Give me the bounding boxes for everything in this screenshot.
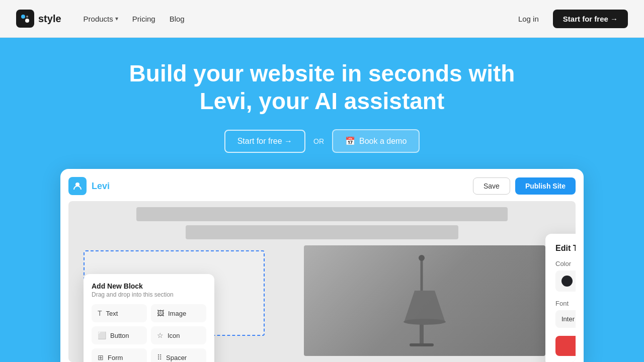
- canvas-inner: [68, 201, 576, 245]
- canvas-area: Add New Block Drag and drop into this se…: [68, 201, 576, 362]
- text-block-label: Text: [106, 310, 118, 317]
- icon-block-icon: ☆: [157, 331, 164, 339]
- logo-icon: [16, 10, 34, 28]
- button-block-icon: ⬜: [98, 331, 106, 339]
- svg-point-2: [26, 16, 28, 18]
- calendar-icon: 📅: [345, 136, 355, 146]
- canvas-image-block: [304, 245, 545, 356]
- block-item-spacer[interactable]: ⠿ Spacer: [151, 348, 206, 362]
- login-button[interactable]: Log in: [512, 11, 545, 27]
- hero-title-line1: Build your website in seconds with: [129, 60, 515, 86]
- save-button[interactable]: Save: [473, 177, 510, 195]
- form-block-label: Form: [108, 354, 123, 361]
- block-item-image[interactable]: 🖼 Image: [151, 304, 206, 322]
- builder-card: Levi Save Publish Site: [60, 169, 584, 362]
- logo-text: style: [38, 13, 61, 25]
- hero-section: Build your website in seconds with Levi,…: [0, 38, 644, 362]
- nav-item-blog[interactable]: Blog: [164, 11, 191, 27]
- nav-blog-label: Blog: [170, 15, 185, 23]
- navbar: style Products ▾ Pricing Blog Log in Sta…: [0, 0, 644, 38]
- publish-button[interactable]: Publish Site: [515, 177, 576, 195]
- spacer-block-label: Spacer: [166, 354, 187, 361]
- font-select[interactable]: Inter ▾: [555, 310, 576, 328]
- nav-products-label: Products: [84, 15, 113, 23]
- hero-start-free-button[interactable]: Start for free →: [224, 130, 305, 153]
- svg-point-8: [419, 255, 425, 261]
- hero-buttons: Start for free → OR 📅 Book a demo: [224, 129, 420, 153]
- svg-point-9: [404, 319, 446, 325]
- color-label: Color: [555, 260, 576, 267]
- font-label: Font: [555, 300, 576, 307]
- canvas-bar-1: [136, 207, 508, 221]
- hero-book-demo-button[interactable]: 📅 Book a demo: [332, 129, 420, 153]
- block-item-icon[interactable]: ☆ Icon: [151, 326, 206, 344]
- nav-pricing-label: Pricing: [132, 15, 155, 23]
- hero-or-text: OR: [313, 137, 324, 145]
- block-grid: T Text 🖼 Image ⬜ Button ☆ Icon: [92, 304, 206, 362]
- levi-label: Levi: [92, 181, 110, 192]
- canvas-bar-2: [186, 225, 458, 239]
- levi-avatar: [68, 177, 87, 195]
- nav-links: Products ▾ Pricing Blog: [77, 11, 191, 27]
- image-block-label: Image: [168, 310, 186, 317]
- image-block-icon: 🖼: [157, 309, 164, 317]
- hero-title: Build your website in seconds with Levi,…: [129, 60, 515, 115]
- block-item-button[interactable]: ⬜ Button: [92, 326, 147, 344]
- font-value: Inter: [561, 315, 575, 323]
- add-block-popup: Add New Block Drag and drop into this se…: [84, 274, 214, 362]
- builder-actions: Save Publish Site: [473, 177, 576, 195]
- logo[interactable]: style: [16, 10, 61, 28]
- hero-title-line2: Levi, your AI assistant: [200, 88, 445, 114]
- delete-button[interactable]: Delete: [555, 336, 576, 356]
- nav-item-pricing[interactable]: Pricing: [126, 11, 162, 27]
- edit-text-title: Edit Text: [555, 244, 576, 253]
- nav-item-products[interactable]: Products ▾: [77, 11, 124, 27]
- block-item-text[interactable]: T Text: [92, 304, 147, 322]
- color-dot: [561, 276, 573, 287]
- form-block-icon: ⊞: [98, 353, 104, 361]
- start-free-button[interactable]: Start for free →: [553, 10, 628, 28]
- icon-block-label: Icon: [168, 332, 180, 339]
- color-row[interactable]: #212226: [555, 270, 576, 292]
- builder-header-left: Levi: [68, 177, 110, 195]
- edit-text-panel: Edit Text Color #212226 Font Inter ▾ Del…: [545, 234, 576, 362]
- popup-subtitle: Drag and drop into this section: [92, 291, 206, 298]
- navbar-left: style Products ▾ Pricing Blog: [16, 10, 191, 28]
- svg-point-1: [25, 19, 29, 23]
- svg-point-0: [21, 15, 25, 19]
- chevron-down-icon: ▾: [115, 15, 118, 22]
- builder-header: Levi Save Publish Site: [68, 177, 576, 195]
- button-block-label: Button: [110, 332, 129, 339]
- navbar-right: Log in Start for free →: [512, 10, 628, 28]
- font-select-wrapper: Inter ▾: [555, 310, 576, 328]
- text-block-icon: T: [98, 309, 102, 317]
- svg-marker-6: [405, 291, 445, 321]
- svg-rect-5: [410, 343, 434, 346]
- popup-title: Add New Block: [92, 282, 206, 290]
- spacer-block-icon: ⠿: [157, 353, 162, 361]
- canvas-image-inner: [304, 245, 545, 356]
- block-item-form[interactable]: ⊞ Form: [92, 348, 147, 362]
- book-demo-label: Book a demo: [359, 137, 407, 146]
